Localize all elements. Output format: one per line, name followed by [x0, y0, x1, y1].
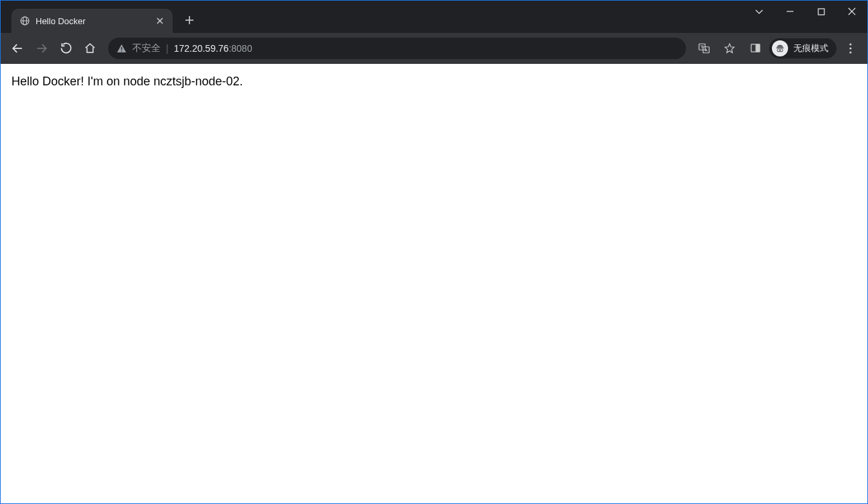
not-secure-icon [116, 43, 127, 54]
kebab-menu-icon[interactable] [839, 37, 862, 60]
tab-strip: Hello Docker [1, 1, 200, 33]
window-close-button[interactable] [836, 1, 867, 22]
omnibox-divider: | [166, 43, 169, 54]
svg-point-27 [849, 51, 851, 53]
omnibox-url: 172.20.59.76:8080 [174, 43, 253, 54]
svg-rect-21 [776, 47, 784, 48]
svg-rect-8 [818, 9, 824, 15]
window-caret-button[interactable] [744, 1, 775, 22]
new-tab-button[interactable] [179, 10, 200, 30]
svg-rect-20 [756, 44, 760, 52]
page-viewport: Hello Docker! I'm on node ncztsjb-node-0… [1, 64, 867, 503]
tab-title: Hello Docker [36, 16, 148, 26]
tab-active[interactable]: Hello Docker [11, 9, 173, 33]
svg-point-23 [780, 48, 783, 51]
url-host: 172.20.59.76 [174, 43, 229, 54]
bookmark-star-icon[interactable] [718, 37, 741, 60]
incognito-icon [772, 40, 788, 56]
globe-icon [19, 15, 30, 26]
toolbar-right-cluster: 无痕模式 [693, 37, 862, 60]
svg-point-25 [849, 43, 851, 45]
incognito-chip[interactable]: 无痕模式 [769, 38, 836, 58]
side-panel-icon[interactable] [744, 37, 767, 60]
back-button[interactable] [6, 37, 29, 60]
svg-point-26 [849, 47, 851, 49]
forward-button[interactable] [30, 37, 53, 60]
window-maximize-button[interactable] [806, 1, 836, 22]
address-bar[interactable]: 不安全 | 172.20.59.76:8080 [108, 38, 686, 59]
tab-close-button[interactable] [154, 15, 166, 27]
browser-titlebar: Hello Docker [1, 1, 867, 33]
home-button[interactable] [79, 37, 101, 60]
svg-point-22 [777, 48, 780, 51]
page-body-text: Hello Docker! I'm on node ncztsjb-node-0… [11, 73, 857, 89]
svg-marker-17 [725, 44, 734, 52]
incognito-label: 无痕模式 [793, 42, 828, 54]
security-status-label: 不安全 [132, 42, 161, 54]
browser-toolbar: 不安全 | 172.20.59.76:8080 [1, 33, 867, 64]
svg-rect-14 [121, 50, 122, 51]
reload-button[interactable] [54, 37, 77, 60]
translate-icon[interactable] [693, 37, 715, 60]
svg-rect-13 [121, 47, 122, 50]
window-minimize-button[interactable] [775, 1, 806, 22]
window-controls [744, 1, 867, 22]
url-port: :8080 [228, 43, 252, 54]
